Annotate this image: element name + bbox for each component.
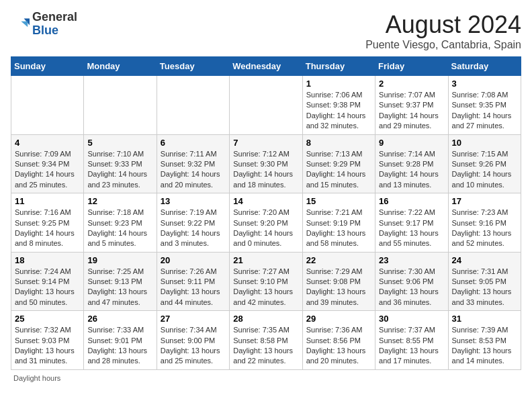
calendar-cell: 15Sunrise: 7:21 AM Sunset: 9:19 PM Dayli… (302, 193, 375, 253)
calendar-cell: 3Sunrise: 7:08 AM Sunset: 9:35 PM Daylig… (448, 76, 521, 135)
calendar-cell: 13Sunrise: 7:19 AM Sunset: 9:22 PM Dayli… (157, 193, 229, 253)
day-number: 29 (306, 314, 371, 324)
weekday-header: Thursday (302, 57, 375, 76)
weekday-header: Monday (84, 57, 157, 76)
day-info: Sunrise: 7:37 AM Sunset: 8:55 PM Dayligh… (379, 325, 444, 367)
calendar-cell: 26Sunrise: 7:33 AM Sunset: 9:01 PM Dayli… (84, 311, 157, 370)
day-info: Sunrise: 7:35 AM Sunset: 8:58 PM Dayligh… (233, 325, 298, 367)
day-number: 20 (161, 255, 226, 265)
day-info: Sunrise: 7:30 AM Sunset: 9:06 PM Dayligh… (379, 267, 444, 308)
day-info: Sunrise: 7:26 AM Sunset: 9:11 PM Dayligh… (161, 267, 226, 308)
calendar-cell: 16Sunrise: 7:22 AM Sunset: 9:17 PM Dayli… (375, 193, 448, 253)
day-info: Sunrise: 7:12 AM Sunset: 9:30 PM Dayligh… (233, 149, 298, 191)
day-number: 22 (306, 255, 371, 265)
day-number: 14 (233, 196, 298, 206)
weekday-header: Wednesday (230, 57, 302, 76)
day-info: Sunrise: 7:39 AM Sunset: 8:53 PM Dayligh… (452, 325, 517, 367)
calendar-cell: 8Sunrise: 7:13 AM Sunset: 9:29 PM Daylig… (302, 134, 375, 193)
calendar-cell: 28Sunrise: 7:35 AM Sunset: 8:58 PM Dayli… (230, 311, 302, 370)
day-number: 21 (233, 255, 298, 265)
day-number: 28 (233, 314, 298, 324)
weekday-header: Saturday (448, 57, 521, 76)
calendar-cell: 20Sunrise: 7:26 AM Sunset: 9:11 PM Dayli… (157, 252, 229, 311)
calendar-cell (230, 76, 302, 135)
day-info: Sunrise: 7:08 AM Sunset: 9:35 PM Dayligh… (452, 90, 517, 132)
calendar-cell: 30Sunrise: 7:37 AM Sunset: 8:55 PM Dayli… (375, 311, 448, 370)
logo-icon (11, 15, 30, 34)
page-header: General Blue August 2024 Puente Viesgo, … (11, 11, 521, 51)
calendar-cell: 5Sunrise: 7:10 AM Sunset: 9:33 PM Daylig… (84, 134, 157, 193)
day-info: Sunrise: 7:14 AM Sunset: 9:28 PM Dayligh… (379, 149, 444, 191)
day-number: 23 (379, 255, 444, 265)
day-number: 9 (379, 138, 444, 148)
calendar-cell: 22Sunrise: 7:29 AM Sunset: 9:08 PM Dayli… (302, 252, 375, 311)
day-number: 10 (452, 138, 517, 148)
day-info: Sunrise: 7:19 AM Sunset: 9:22 PM Dayligh… (161, 208, 226, 249)
day-number: 17 (452, 196, 517, 206)
day-info: Sunrise: 7:22 AM Sunset: 9:17 PM Dayligh… (379, 208, 444, 249)
day-number: 13 (161, 196, 226, 206)
calendar-cell: 11Sunrise: 7:16 AM Sunset: 9:25 PM Dayli… (11, 193, 84, 253)
calendar-week-row: 4Sunrise: 7:09 AM Sunset: 9:34 PM Daylig… (11, 134, 521, 193)
day-info: Sunrise: 7:18 AM Sunset: 9:23 PM Dayligh… (87, 208, 152, 249)
day-number: 8 (306, 138, 371, 148)
day-info: Sunrise: 7:27 AM Sunset: 9:10 PM Dayligh… (233, 267, 298, 308)
day-info: Sunrise: 7:23 AM Sunset: 9:16 PM Dayligh… (452, 208, 517, 249)
weekday-header: Tuesday (157, 57, 229, 76)
calendar-table: SundayMondayTuesdayWednesdayThursdayFrid… (11, 56, 521, 370)
calendar-cell: 10Sunrise: 7:15 AM Sunset: 9:26 PM Dayli… (448, 134, 521, 193)
day-number: 5 (87, 138, 152, 148)
svg-marker-1 (21, 21, 28, 27)
day-info: Sunrise: 7:20 AM Sunset: 9:20 PM Dayligh… (233, 208, 298, 249)
page-title: August 2024 (365, 11, 521, 39)
calendar-week-row: 1Sunrise: 7:06 AM Sunset: 9:38 PM Daylig… (11, 76, 521, 135)
day-number: 7 (233, 138, 298, 148)
day-info: Sunrise: 7:07 AM Sunset: 9:37 PM Dayligh… (379, 90, 444, 132)
day-info: Sunrise: 7:11 AM Sunset: 9:32 PM Dayligh… (161, 149, 226, 191)
day-number: 30 (379, 314, 444, 324)
calendar-cell: 6Sunrise: 7:11 AM Sunset: 9:32 PM Daylig… (157, 134, 229, 193)
page-subtitle: Puente Viesgo, Cantabria, Spain (365, 39, 521, 51)
calendar-week-row: 25Sunrise: 7:32 AM Sunset: 9:03 PM Dayli… (11, 311, 521, 370)
weekday-header: Sunday (11, 57, 84, 76)
weekday-header: Friday (375, 57, 448, 76)
day-info: Sunrise: 7:21 AM Sunset: 9:19 PM Dayligh… (306, 208, 371, 249)
day-number: 1 (306, 79, 371, 89)
day-info: Sunrise: 7:25 AM Sunset: 9:13 PM Dayligh… (87, 267, 152, 308)
calendar-cell: 2Sunrise: 7:07 AM Sunset: 9:37 PM Daylig… (375, 76, 448, 135)
day-number: 18 (15, 255, 80, 265)
logo-blue-text: Blue (32, 24, 77, 38)
day-info: Sunrise: 7:31 AM Sunset: 9:05 PM Dayligh… (452, 267, 517, 308)
calendar-cell (84, 76, 157, 135)
calendar-cell: 1Sunrise: 7:06 AM Sunset: 9:38 PM Daylig… (302, 76, 375, 135)
day-info: Sunrise: 7:29 AM Sunset: 9:08 PM Dayligh… (306, 267, 371, 308)
day-number: 12 (87, 196, 152, 206)
day-number: 15 (306, 196, 371, 206)
calendar-cell: 7Sunrise: 7:12 AM Sunset: 9:30 PM Daylig… (230, 134, 302, 193)
calendar-cell: 24Sunrise: 7:31 AM Sunset: 9:05 PM Dayli… (448, 252, 521, 311)
title-block: August 2024 Puente Viesgo, Cantabria, Sp… (365, 11, 521, 51)
calendar-cell: 4Sunrise: 7:09 AM Sunset: 9:34 PM Daylig… (11, 134, 84, 193)
day-info: Sunrise: 7:10 AM Sunset: 9:33 PM Dayligh… (87, 149, 152, 191)
calendar-week-row: 18Sunrise: 7:24 AM Sunset: 9:14 PM Dayli… (11, 252, 521, 311)
day-info: Sunrise: 7:24 AM Sunset: 9:14 PM Dayligh… (15, 267, 80, 308)
calendar-week-row: 11Sunrise: 7:16 AM Sunset: 9:25 PM Dayli… (11, 193, 521, 253)
calendar-cell: 25Sunrise: 7:32 AM Sunset: 9:03 PM Dayli… (11, 311, 84, 370)
logo: General Blue (11, 11, 77, 38)
calendar-cell (157, 76, 229, 135)
calendar-cell (11, 76, 84, 135)
day-number: 19 (87, 255, 152, 265)
day-info: Sunrise: 7:32 AM Sunset: 9:03 PM Dayligh… (15, 325, 80, 367)
day-number: 26 (87, 314, 152, 324)
day-number: 6 (161, 138, 226, 148)
calendar-cell: 12Sunrise: 7:18 AM Sunset: 9:23 PM Dayli… (84, 193, 157, 253)
footer-daylight: Daylight hours (11, 374, 521, 382)
day-number: 24 (452, 255, 517, 265)
calendar-cell: 27Sunrise: 7:34 AM Sunset: 9:00 PM Dayli… (157, 311, 229, 370)
day-info: Sunrise: 7:16 AM Sunset: 9:25 PM Dayligh… (15, 208, 80, 249)
day-number: 27 (161, 314, 226, 324)
day-info: Sunrise: 7:09 AM Sunset: 9:34 PM Dayligh… (15, 149, 80, 191)
calendar-cell: 21Sunrise: 7:27 AM Sunset: 9:10 PM Dayli… (230, 252, 302, 311)
day-number: 25 (15, 314, 80, 324)
calendar-cell: 17Sunrise: 7:23 AM Sunset: 9:16 PM Dayli… (448, 193, 521, 253)
